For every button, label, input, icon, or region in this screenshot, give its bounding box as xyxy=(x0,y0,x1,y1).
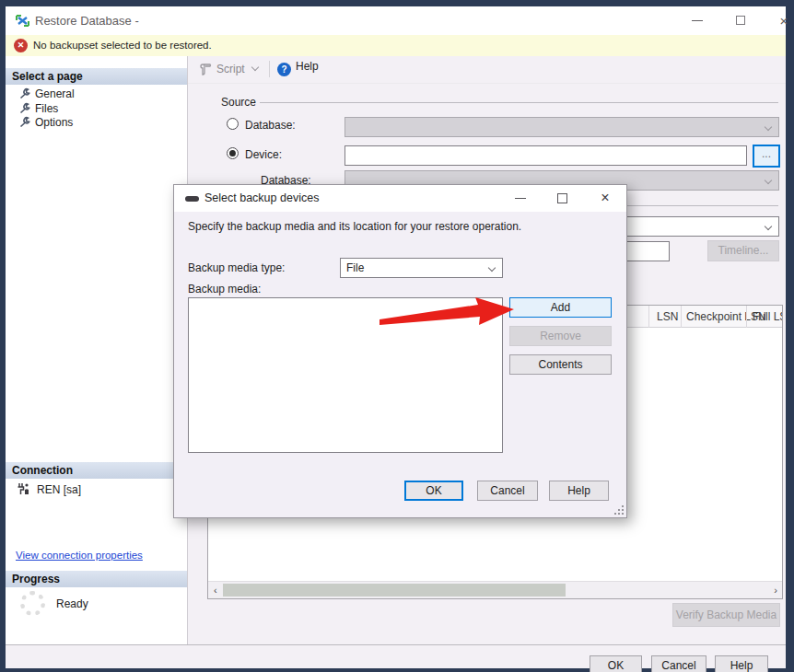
chevron-down-icon xyxy=(765,223,772,230)
modal-cancel-button[interactable]: Cancel xyxy=(477,481,538,501)
modal-help-button[interactable]: Help xyxy=(549,481,609,501)
select-backup-devices-dialog: Select backup devices × Specify the back… xyxy=(173,184,627,518)
validation-warning-bar: ✕ No backupset selected to be restored. xyxy=(6,35,786,56)
sidebar-item-label: General xyxy=(35,87,75,100)
remove-button: Remove xyxy=(509,326,612,346)
progress-status: Ready xyxy=(56,597,88,610)
help-button[interactable]: ?Help xyxy=(277,60,319,80)
chevron-down-icon xyxy=(488,264,496,272)
progress-header: Progress xyxy=(6,571,187,587)
database-radio[interactable] xyxy=(227,118,239,130)
backup-device-icon xyxy=(185,196,199,202)
sidebar-item-label: Files xyxy=(35,102,58,115)
backup-media-type-combo[interactable]: File xyxy=(340,258,503,278)
sidebar-item-files[interactable]: Files xyxy=(18,102,58,116)
warning-text: No backupset selected to be restored. xyxy=(33,40,212,51)
maximize-icon xyxy=(557,193,567,203)
backup-media-listbox[interactable] xyxy=(188,297,503,453)
sidebar-item-general[interactable]: General xyxy=(18,87,75,101)
modal-title: Select backup devices xyxy=(204,191,319,204)
connection-icon xyxy=(17,482,30,495)
source-database-combo xyxy=(344,117,779,137)
minimize-icon xyxy=(515,198,526,199)
wrench-icon xyxy=(18,116,30,128)
column-separator xyxy=(648,306,649,328)
close-icon: × xyxy=(590,185,621,211)
sidebar-item-options[interactable]: Options xyxy=(18,116,73,130)
resize-grip[interactable] xyxy=(614,505,624,515)
device-browse-button[interactable]: ... xyxy=(753,145,780,168)
dialog-ok-button[interactable]: OK xyxy=(590,655,642,672)
wrench-icon xyxy=(18,102,30,114)
dialog-cancel-button[interactable]: Cancel xyxy=(651,655,706,672)
script-icon xyxy=(199,63,213,76)
bottom-separator xyxy=(6,644,786,645)
column-separator xyxy=(746,306,747,328)
chevron-down-icon xyxy=(765,123,772,131)
verify-backup-media-button: Verify Backup Media xyxy=(672,603,780,627)
device-path-input[interactable] xyxy=(344,145,747,166)
chevron-down-icon xyxy=(765,177,772,184)
maximize-button[interactable] xyxy=(722,6,759,35)
view-connection-properties-link[interactable]: View connection properties xyxy=(16,550,143,561)
modal-ok-button[interactable]: OK xyxy=(404,481,463,501)
contents-button[interactable]: Contents xyxy=(509,354,612,375)
source-group-label: Source xyxy=(221,96,256,109)
connection-row: REN [sa] xyxy=(17,482,81,496)
backup-media-label: Backup media: xyxy=(188,283,261,295)
desktop-background: Restore Database - × ✕ No backupset sele… xyxy=(0,0,794,672)
toolbar-separator xyxy=(269,61,270,77)
wrench-icon xyxy=(18,87,30,99)
scroll-left-icon[interactable]: ‹ xyxy=(214,586,217,595)
close-button[interactable]: × xyxy=(765,6,794,35)
sidebar-item-label: Options xyxy=(35,116,73,129)
select-a-page-header: Select a page xyxy=(6,68,187,85)
toolbar: Script ?Help xyxy=(188,56,786,84)
minimize-icon xyxy=(692,20,703,21)
window-title: Restore Database - xyxy=(35,14,139,28)
dialog-help-button[interactable]: Help xyxy=(715,655,768,672)
modal-description: Specify the backup media and its locatio… xyxy=(188,220,521,233)
scrollbar-thumb[interactable] xyxy=(223,584,566,597)
connection-header: Connection xyxy=(6,462,187,479)
maximize-icon xyxy=(736,16,745,25)
grid-header-full-lsn: Full LS xyxy=(753,310,783,323)
device-radio[interactable] xyxy=(227,147,239,159)
minimize-button[interactable] xyxy=(679,6,716,35)
help-icon: ? xyxy=(277,63,291,76)
grid-header-lsn: LSN xyxy=(657,310,678,323)
column-separator xyxy=(681,306,682,328)
restore-database-icon xyxy=(15,13,30,29)
modal-close-button[interactable]: × xyxy=(590,185,621,212)
device-radio-label: Device: xyxy=(245,148,282,161)
modal-title-bar: Select backup devices × xyxy=(174,185,626,212)
add-button[interactable]: Add xyxy=(509,297,612,318)
combo-value: File xyxy=(346,261,364,274)
source-group-line xyxy=(260,102,778,103)
script-button[interactable]: Script xyxy=(197,60,275,80)
help-label: Help xyxy=(296,60,319,73)
timeline-button: Timeline... xyxy=(707,240,779,261)
modal-minimize-button[interactable] xyxy=(505,185,536,212)
sidebar: Select a page General Files Options Conn… xyxy=(6,56,188,644)
connection-name: REN [sa] xyxy=(37,483,81,496)
title-bar: Restore Database - × xyxy=(6,6,786,35)
close-icon: × xyxy=(780,13,788,29)
progress-spinner-icon xyxy=(20,591,45,616)
error-icon: ✕ xyxy=(14,39,28,52)
modal-maximize-button[interactable] xyxy=(547,185,578,212)
scroll-right-icon[interactable]: › xyxy=(774,586,777,595)
script-label: Script xyxy=(216,63,245,75)
backup-media-type-label: Backup media type: xyxy=(188,261,285,274)
horizontal-scrollbar[interactable]: ‹ › xyxy=(208,581,782,598)
database-radio-label: Database: xyxy=(245,119,296,132)
